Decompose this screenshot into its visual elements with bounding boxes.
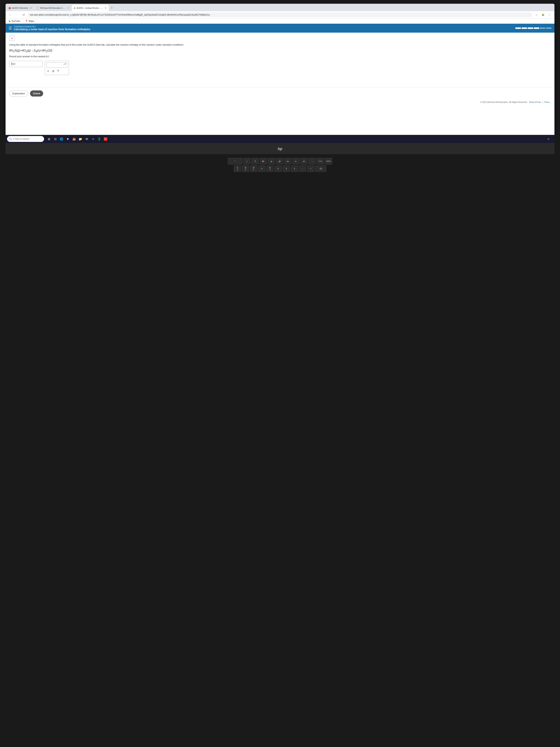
answer-unit: kJ	[13, 62, 15, 65]
key-fn-prtsc[interactable]: PrtSc	[317, 158, 324, 164]
tab-icon-aleks-chem: ⬤	[8, 7, 11, 9]
taskbar-icon-2[interactable]: 📁	[78, 136, 83, 141]
key-5[interactable]: %5	[250, 165, 258, 172]
taskbar-edge-icon[interactable]: 🌐	[59, 136, 64, 141]
aleks-section-label: THERMOCHEMISTRY	[14, 26, 513, 28]
math-undo-button[interactable]: ↺	[51, 69, 55, 73]
taskbar-search-icon: 🔍	[9, 138, 12, 140]
key-fn-del[interactable]: delete	[325, 158, 332, 164]
aleks-section-info: THERMOCHEMISTRY Calculating a molar heat…	[14, 26, 513, 31]
menu-button[interactable]: ⋮	[547, 12, 552, 18]
taskbar-icon-1[interactable]: 🦊	[72, 136, 77, 141]
check-button[interactable]: Check	[30, 91, 43, 97]
footer-terms[interactable]: Terms of Use	[529, 101, 541, 103]
tab-close-mcgraw[interactable]: ✕	[67, 6, 70, 9]
keyboard-area: * □ 9 🔇 • 🔉 🔊 ⏮ ⏵ ⏭ → PrtSc delete #3 $4…	[5, 154, 555, 176]
key-0[interactable]: 0	[291, 165, 298, 172]
forward-button[interactable]: →	[15, 12, 20, 18]
key-fn-mute[interactable]: 🔇 •	[260, 158, 267, 164]
key-fn-arrow[interactable]: →	[309, 158, 316, 164]
tab-mcgraw-hill[interactable]: 📋 McGraw-Hill Education Campus ✕	[34, 5, 72, 11]
taskbar-start-button[interactable]: ⊞	[46, 136, 52, 141]
bookmark-maps[interactable]: 📍 Maps	[24, 20, 35, 23]
tab-close-aleks-chem[interactable]: ✕	[29, 6, 32, 9]
key-fn-next[interactable]: ⏭	[300, 158, 308, 164]
keyboard-row-numbers: #3 $4 %5 6 &7 8 9 0 - = ⌫	[11, 165, 549, 172]
key-equals[interactable]: =	[307, 165, 315, 172]
math-multiply-button[interactable]: ×	[47, 69, 50, 73]
aleks-section-title: Calculating a molar heat of reaction fro…	[14, 28, 513, 31]
chemical-equation: 8H2S(g)+4O2(g)→S8(s)+8H2O(l)	[9, 49, 551, 53]
mute-icon: 🔇	[262, 160, 264, 162]
math-help-button[interactable]: ?	[56, 69, 60, 73]
aleks-footer: © 2021 McGraw-Hill Education. All Rights…	[5, 100, 555, 105]
sub-2w: 2	[46, 50, 47, 53]
tab-bar: ⬤ ALEKS Chemistry ✕ 📋 McGraw-Hill Educat…	[5, 4, 555, 11]
extensions-button[interactable]: 🧩	[540, 12, 545, 18]
taskbar-icon-6[interactable]: 🟥	[103, 136, 108, 141]
problem-statement: Using the table of standard formation en…	[9, 43, 551, 47]
sub-2o: 2	[26, 50, 27, 53]
aleks-menu-icon[interactable]: ☰	[8, 26, 12, 30]
round-instruction: Round your answer to the nearest kJ.	[9, 55, 551, 58]
key-fn-star[interactable]: *	[228, 158, 243, 164]
data-tab-label: Data	[96, 43, 101, 46]
answer-area: kJ x10 × ↺ ?	[9, 61, 551, 75]
taskbar-view-button[interactable]: ⊡	[53, 136, 58, 141]
back-button[interactable]: ←	[8, 12, 13, 18]
footer-privacy[interactable]: Priva...	[544, 101, 551, 103]
key-fn-play[interactable]: ⏵	[292, 158, 300, 164]
math-buttons: × ↺ ?	[47, 69, 67, 73]
youtube-label: YouTube	[11, 20, 20, 22]
key-minus[interactable]: -	[299, 165, 306, 172]
explanation-button[interactable]: Explanation	[9, 91, 28, 97]
svg-point-1	[67, 138, 68, 139]
progress-seg-2	[522, 27, 527, 29]
bookmarks-bar: ▶ YouTube 📍 Maps	[5, 19, 555, 24]
tab-aleks-chemistry[interactable]: ⬤ ALEKS Chemistry ✕	[7, 5, 34, 11]
math-input-panel: x10 × ↺ ?	[45, 61, 69, 75]
bookmark-youtube[interactable]: ▶ YouTube	[8, 20, 21, 23]
taskbar-chrome-icon[interactable]	[65, 136, 70, 141]
taskbar-search-box[interactable]: 🔍	[7, 136, 44, 142]
key-fn-vol-up[interactable]: 🔊	[276, 158, 283, 164]
key-3[interactable]: #3	[234, 165, 241, 172]
sub-8: 8	[35, 50, 37, 53]
key-9-num[interactable]: 9	[283, 165, 290, 172]
progress-seg-4	[534, 27, 539, 29]
new-tab-button[interactable]: +	[109, 5, 114, 10]
expand-button[interactable]: ∨	[9, 35, 15, 41]
reload-button[interactable]: ↺	[21, 12, 26, 18]
taskbar-icon-5[interactable]: 💲	[97, 136, 102, 141]
hp-logo: hp	[278, 147, 282, 151]
answer-input-wrapper[interactable]: kJ	[9, 61, 43, 67]
aleks-problem-content: ∨ Using the table of standard formation …	[5, 33, 555, 83]
aleks-progress-bar	[515, 27, 552, 29]
bookmark-button[interactable]: ☆	[534, 12, 539, 18]
key-fn-screen[interactable]: □	[243, 158, 251, 164]
mute-dot: •	[264, 160, 265, 162]
key-4[interactable]: $4	[242, 165, 249, 172]
key-7[interactable]: &7	[266, 165, 274, 172]
url-bar[interactable]	[28, 12, 532, 17]
key-backspace[interactable]: ⌫	[315, 165, 326, 172]
taskbar-search-input[interactable]	[13, 138, 41, 140]
key-6[interactable]: 6	[258, 165, 266, 172]
key-fn-9[interactable]: 9	[251, 158, 259, 164]
taskbar-icon-3[interactable]: ✉	[84, 136, 89, 141]
browser-window: ⬤ ALEKS Chemistry ✕ 📋 McGraw-Hill Educat…	[5, 4, 555, 135]
progress-seg-5	[540, 27, 545, 29]
key-fn-prev[interactable]: ⏮	[284, 158, 292, 164]
tab-title-mcgraw: McGraw-Hill Education Campus	[40, 7, 66, 9]
key-fn-vol-down[interactable]: 🔉	[268, 158, 275, 164]
math-input-display[interactable]: x10	[47, 62, 67, 68]
taskbar-icon-4[interactable]: ❄	[90, 136, 96, 141]
tab-close-aleks-active[interactable]: ✕	[104, 6, 107, 9]
taskbar-icons: ⊞ ⊡ 🌐 🦊 📁 ✉ ❄ 💲 🟥	[46, 136, 108, 141]
keyboard-row-fn: * □ 9 🔇 • 🔉 🔊 ⏮ ⏵ ⏭ → PrtSc delete	[11, 158, 549, 164]
tab-title-aleks-chem: ALEKS Chemistry	[12, 7, 28, 9]
tab-aleks-active[interactable]: A ALEKS - Lindsay Brooks - Learn ✕	[72, 5, 109, 11]
maps-label: Maps	[29, 20, 34, 22]
address-bar: ← → ↺ ☆ 🧩 ⋮	[5, 11, 555, 19]
key-8[interactable]: 8	[274, 165, 282, 172]
